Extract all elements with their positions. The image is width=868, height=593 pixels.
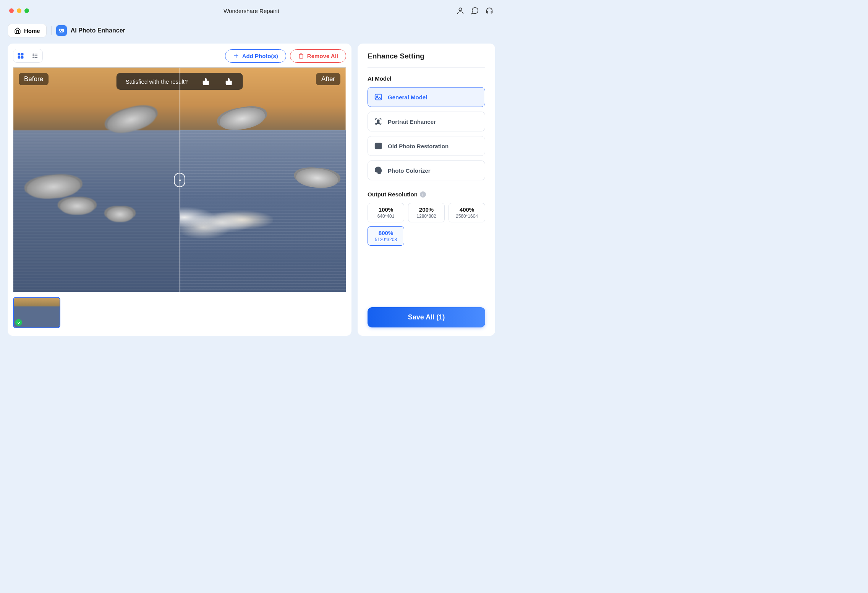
thumbs-up-icon[interactable] (224, 77, 233, 86)
colorize-icon (374, 166, 382, 175)
ai-model-label: AI Model (368, 75, 485, 82)
user-icon[interactable] (456, 6, 465, 15)
resolution-200[interactable]: 200% 1280*802 (408, 203, 445, 222)
model-label: Photo Colorizer (388, 167, 431, 174)
remove-all-label: Remove All (307, 53, 338, 59)
grid-view-button[interactable] (13, 49, 28, 62)
portrait-icon (374, 117, 382, 126)
plus-icon (233, 53, 239, 59)
svg-rect-15 (375, 94, 382, 100)
svg-point-19 (376, 169, 377, 170)
svg-rect-5 (18, 57, 20, 58)
panel-title: Enhance Setting (368, 52, 485, 68)
window-controls (9, 8, 29, 13)
section-badge: AI Photo Enhancer (56, 25, 125, 36)
resolution-grid: 100% 640*401 200% 1280*802 400% 2560*160… (368, 203, 485, 246)
home-icon (14, 27, 21, 34)
info-icon[interactable]: i (420, 191, 426, 198)
before-after-preview[interactable]: Before After Satisfied with the result? … (13, 67, 346, 292)
toolbar: Add Photo(s) Remove All (13, 49, 346, 63)
resolution-label: Output Resolution i (368, 191, 485, 198)
svg-rect-3 (18, 53, 20, 55)
section-title: AI Photo Enhancer (71, 27, 125, 34)
window-title: Wondershare Repairit (223, 8, 279, 14)
add-photo-button[interactable]: Add Photo(s) (225, 49, 286, 63)
model-label: Old Photo Restoration (388, 143, 449, 149)
divider (51, 26, 52, 35)
before-badge: Before (19, 73, 49, 85)
feedback-text: Satisfied with the result? (126, 78, 188, 85)
svg-point-21 (379, 169, 380, 170)
list-view-button[interactable] (28, 49, 42, 62)
model-list: General Model Portrait Enhancer Old Phot… (368, 87, 485, 180)
thumbs-down-icon[interactable] (201, 77, 211, 86)
after-badge: After (316, 73, 340, 85)
maximize-window-button[interactable] (24, 8, 29, 13)
resolution-800[interactable]: 800% 5120*3208 (368, 226, 404, 246)
support-icon[interactable] (485, 6, 494, 15)
model-colorizer[interactable]: Photo Colorizer (368, 160, 485, 180)
trash-icon (298, 53, 304, 59)
home-button[interactable]: Home (8, 24, 47, 37)
compare-slider-handle[interactable]: ‹ › (174, 173, 185, 187)
view-toggle (13, 49, 43, 63)
svg-point-9 (33, 55, 34, 56)
resolution-100[interactable]: 100% 640*401 (368, 203, 404, 222)
model-portrait[interactable]: Portrait Enhancer (368, 112, 485, 131)
titlebar: Wondershare Repairit (0, 0, 503, 21)
resolution-400[interactable]: 400% 2560*1604 (449, 203, 485, 222)
svg-point-0 (459, 8, 462, 11)
image-icon (374, 93, 382, 101)
home-label: Home (24, 28, 40, 34)
add-photo-label: Add Photo(s) (242, 53, 278, 59)
minimize-window-button[interactable] (17, 8, 21, 13)
svg-point-20 (378, 168, 379, 169)
check-icon (15, 319, 22, 326)
photo-enhancer-icon (56, 25, 67, 36)
save-all-button[interactable]: Save All (1) (368, 307, 485, 327)
model-label: Portrait Enhancer (388, 118, 436, 125)
svg-point-11 (33, 57, 34, 58)
svg-point-17 (377, 120, 379, 122)
thumbnail-item[interactable] (13, 297, 60, 328)
remove-all-button[interactable]: Remove All (290, 49, 346, 63)
preview-panel: Add Photo(s) Remove All Before (8, 44, 351, 336)
svg-point-7 (33, 54, 34, 55)
model-restoration[interactable]: Old Photo Restoration (368, 136, 485, 156)
close-window-button[interactable] (9, 8, 14, 13)
thumbnail-strip (13, 297, 346, 331)
topbar: Home AI Photo Enhancer (0, 21, 503, 40)
model-general[interactable]: General Model (368, 87, 485, 107)
restore-icon (374, 142, 382, 150)
svg-rect-6 (21, 57, 23, 58)
settings-panel: Enhance Setting AI Model General Model P… (358, 44, 495, 336)
chat-icon[interactable] (471, 6, 479, 15)
model-label: General Model (388, 94, 427, 100)
svg-rect-4 (21, 53, 23, 55)
